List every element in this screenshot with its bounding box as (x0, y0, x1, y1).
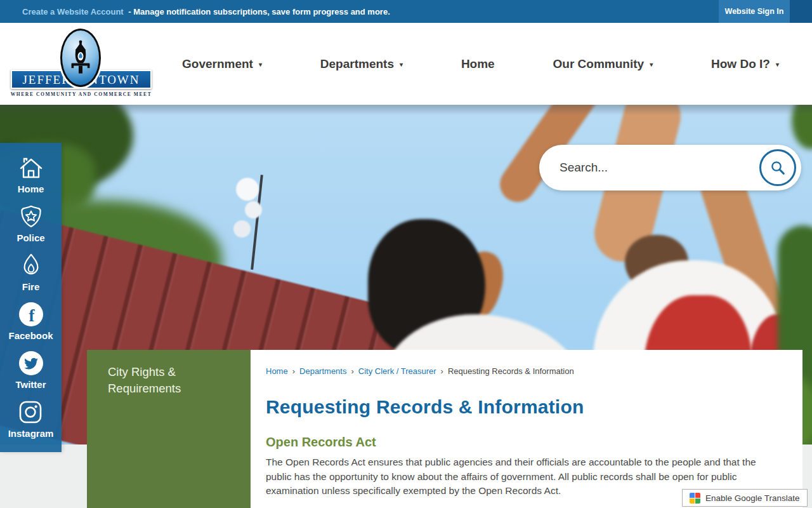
search-bar (539, 145, 801, 190)
section-nav-panel[interactable]: City Rights & Requirements (87, 350, 251, 508)
nav-label: Departments (320, 57, 394, 71)
create-account-link[interactable]: Create a Website Account (22, 7, 124, 17)
twitter-icon (18, 351, 44, 376)
nav-how-do-i[interactable]: How Do I? ▾ (711, 57, 779, 71)
nav-label: Home (461, 57, 495, 71)
translate-label: Enable Google Translate (705, 493, 800, 503)
search-input[interactable] (560, 161, 759, 175)
section-heading: Open Records Act (266, 435, 783, 450)
chevron-down-icon: ▾ (650, 60, 653, 68)
fire-flame-icon (19, 253, 43, 278)
breadcrumb-home[interactable]: Home (266, 366, 288, 376)
breadcrumb-current: Requesting Records & Information (448, 366, 574, 376)
google-translate-widget[interactable]: Enable Google Translate (682, 489, 808, 507)
chevron-down-icon: ▾ (776, 60, 779, 68)
breadcrumb-departments[interactable]: Departments (299, 366, 346, 376)
sidebar-label: Instagram (8, 428, 54, 439)
nav-label: Our Community (553, 57, 645, 71)
sidebar-item-fire[interactable]: Fire (19, 253, 43, 292)
breadcrumb-separator: › (292, 366, 295, 376)
breadcrumb-separator: › (441, 366, 443, 376)
lantern-icon (60, 29, 101, 87)
breadcrumb-city-clerk-treasurer[interactable]: City Clerk / Treasurer (358, 366, 436, 376)
nav-government[interactable]: Government ▾ (182, 57, 262, 71)
website-sign-in-button[interactable]: Website Sign In (719, 0, 790, 23)
section-nav-title[interactable]: City Rights & Requirements (87, 350, 214, 397)
page-title: Requesting Records & Information (266, 396, 783, 418)
sidebar-item-twitter[interactable]: Twitter (15, 351, 46, 390)
nav-our-community[interactable]: Our Community ▾ (553, 57, 653, 71)
account-promo-text: - Manage notification subscriptions, sav… (128, 7, 390, 17)
facebook-icon: f (18, 302, 44, 327)
police-badge-icon (18, 204, 44, 229)
account-promo: Create a Website Account - Manage notifi… (0, 7, 390, 17)
nav-home[interactable]: Home (461, 57, 495, 71)
photo-lamp (233, 220, 251, 237)
google-translate-icon (690, 493, 700, 504)
sidebar-item-police[interactable]: Police (16, 204, 44, 243)
breadcrumb: Home › Departments › City Clerk / Treasu… (266, 366, 783, 376)
logo-tagline: WHERE COMMUNITY AND COMMERCE MEET (0, 91, 162, 97)
svg-text:f: f (29, 306, 35, 325)
chevron-down-icon: ▾ (400, 60, 403, 68)
home-icon (18, 156, 44, 180)
instagram-icon (18, 399, 43, 425)
content-panel: Home › Departments › City Clerk / Treasu… (251, 350, 802, 508)
top-utility-bar: Create a Website Account - Manage notifi… (0, 0, 812, 23)
jeffersontown-logo[interactable]: JEFFERSONTOWN WHERE COMMUNITY AND COMMER… (0, 23, 162, 105)
search-icon (768, 157, 788, 178)
main-nav: Government ▾ Departments ▾ Home Our Comm… (182, 23, 779, 105)
photo-lamp (236, 178, 259, 201)
nav-label: Government (182, 57, 253, 71)
chevron-down-icon: ▾ (259, 60, 262, 68)
sidebar-label: Police (16, 232, 44, 243)
sidebar-label: Home (18, 184, 44, 194)
header-shadow (0, 105, 812, 115)
topbar-corner-decoration (790, 0, 812, 23)
quick-links-sidebar: Home Police Fire f Facebook Twitter (0, 143, 62, 452)
sidebar-item-home[interactable]: Home (18, 156, 44, 194)
sidebar-item-facebook[interactable]: f Facebook (8, 302, 53, 341)
sidebar-item-instagram[interactable]: Instagram (8, 399, 54, 439)
search-button[interactable] (759, 149, 796, 186)
site-header: JEFFERSONTOWN WHERE COMMUNITY AND COMMER… (0, 23, 812, 105)
nav-departments[interactable]: Departments ▾ (320, 57, 403, 71)
sidebar-label: Twitter (15, 379, 46, 390)
sidebar-label: Facebook (8, 330, 53, 341)
photo-lamp (245, 201, 262, 218)
nav-label: How Do I? (711, 57, 770, 71)
sidebar-label: Fire (22, 281, 40, 292)
breadcrumb-separator: › (351, 366, 353, 376)
